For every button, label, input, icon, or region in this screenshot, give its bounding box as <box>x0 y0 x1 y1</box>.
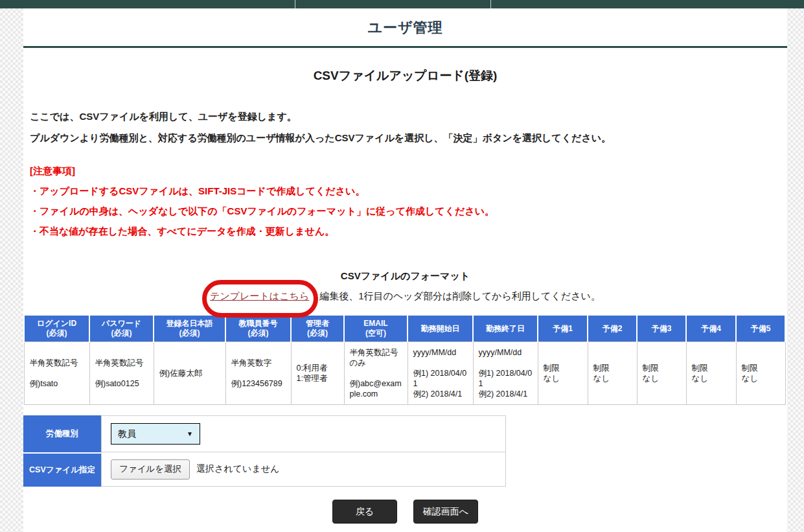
table-example-row: 半角英数記号 例)tsato 半角英数記号 例)sato0125 例)佐藤太郎 … <box>24 342 785 405</box>
cell-reserve-5: 制限 なし <box>736 342 785 405</box>
col-header-reserve-5: 予備5 <box>736 316 785 342</box>
section-title: CSVファイルアップロード(登録) <box>23 67 787 84</box>
action-buttons: 戻る 確認画面へ <box>23 500 787 524</box>
cell-work-end: yyyy/MM/dd 例1) 2018/04/01 例2) 2018/4/1 <box>473 342 538 405</box>
csvfile-field-area: ファイルを選択 選択されていません <box>101 452 506 487</box>
cell-password: 半角英数記号 例)sato0125 <box>89 342 154 405</box>
notice-title: [注意事項] <box>30 165 787 178</box>
template-link-wrap: テンプレートはこちら <box>210 290 309 303</box>
col-header-admin: 管理者 (必須) <box>291 316 344 342</box>
cell-admin: 0:利用者 1:管理者 <box>291 342 344 405</box>
col-header-login-id: ログインID (必須) <box>24 316 89 342</box>
col-header-staff-number: 教職員番号 (必須) <box>225 316 291 342</box>
col-header-reserve-3: 予備3 <box>637 316 686 342</box>
cell-reserve-2: 制限 なし <box>588 342 637 405</box>
topbar-divider <box>295 0 295 8</box>
top-frame-bar <box>0 0 804 8</box>
cell-name-jp: 例)佐藤太郎 <box>154 342 225 405</box>
cell-work-start: yyyy/MM/dd 例1) 2018/04/01 例2) 2018/4/1 <box>408 342 473 405</box>
col-header-work-end: 勤務終了日 <box>473 316 538 342</box>
file-status-text: 選択されていません <box>196 463 279 475</box>
intro-line-1: ここでは、CSVファイルを利用して、ユーザを登録します。 <box>30 110 787 123</box>
cell-reserve-3: 制限 なし <box>637 342 686 405</box>
col-header-work-start: 勤務開始日 <box>408 316 473 342</box>
template-download-link[interactable]: テンプレートはこちら <box>210 290 309 301</box>
col-header-name-jp: 登録名日本語 (必須) <box>154 316 225 342</box>
upload-form: 労働種別 教員 ▼ CSVファイル指定 ファイルを選択 選択されていません <box>23 415 506 487</box>
col-header-reserve-2: 予備2 <box>588 316 637 342</box>
cell-staff-number: 半角英数字 例)123456789 <box>225 342 291 405</box>
format-title: CSVファイルのフォーマット <box>23 270 787 283</box>
cell-email: 半角英数記号のみ 例)abc@example.com <box>344 342 408 405</box>
notice-item-2: ・ファイルの中身は、ヘッダなしで以下の「CSVファイルのフォーマット」に従って作… <box>30 205 787 218</box>
notice-item-1: ・アップロードするCSVファイルは、SIFT-JISコードで作成してください。 <box>30 185 787 198</box>
worktype-label: 労働種別 <box>23 415 101 452</box>
topbar-divider <box>490 0 491 8</box>
worktype-field-area: 教員 ▼ <box>101 415 506 452</box>
worktype-selected-value: 教員 <box>118 428 187 440</box>
col-header-password: パスワード (必須) <box>89 316 154 342</box>
intro-text: ここでは、CSVファイルを利用して、ユーザを登録します。 プルダウンより労働種別… <box>30 110 787 145</box>
back-button[interactable]: 戻る <box>332 500 397 524</box>
chevron-down-icon: ▼ <box>187 430 193 437</box>
cell-reserve-1: 制限 なし <box>538 342 588 405</box>
col-header-reserve-1: 予備1 <box>538 316 588 342</box>
col-header-email: EMAIL (空可) <box>344 316 408 342</box>
format-note: 編集後、1行目のヘッダ部分は削除してから利用してください。 <box>319 290 601 303</box>
csvfile-row: CSVファイル指定 ファイルを選択 選択されていません <box>23 452 506 487</box>
title-divider <box>23 46 787 48</box>
notice-item-3: ・不当な値が存在した場合、すべてにデータを作成・更新しません。 <box>30 225 787 238</box>
notice-block: [注意事項] ・アップロードするCSVファイルは、SIFT-JISコードで作成し… <box>30 165 787 238</box>
cell-login-id: 半角英数記号 例)tsato <box>24 342 89 405</box>
col-header-reserve-4: 予備4 <box>686 316 736 342</box>
worktype-select[interactable]: 教員 ▼ <box>111 423 200 445</box>
csvfile-label: CSVファイル指定 <box>23 452 101 487</box>
worktype-row: 労働種別 教員 ▼ <box>23 415 506 452</box>
intro-line-2: プルダウンより労働種別と、対応する労働種別のユーザ情報が入ったCSVファイルを選… <box>30 132 787 145</box>
file-select-button[interactable]: ファイルを選択 <box>111 459 190 480</box>
confirm-button[interactable]: 確認画面へ <box>413 500 478 524</box>
csv-format-table: ログインID (必須) パスワード (必須) 登録名日本語 (必須) 教職員番号… <box>23 316 786 405</box>
table-header-row: ログインID (必須) パスワード (必須) 登録名日本語 (必須) 教職員番号… <box>24 316 785 342</box>
main-content: ユーザ管理 CSVファイルアップロード(登録) ここでは、CSVファイルを利用し… <box>23 8 787 532</box>
template-link-row: テンプレートはこちら 編集後、1行目のヘッダ部分は削除してから利用してください。 <box>23 290 787 303</box>
page-title: ユーザ管理 <box>23 18 787 38</box>
cell-reserve-4: 制限 なし <box>686 342 736 405</box>
